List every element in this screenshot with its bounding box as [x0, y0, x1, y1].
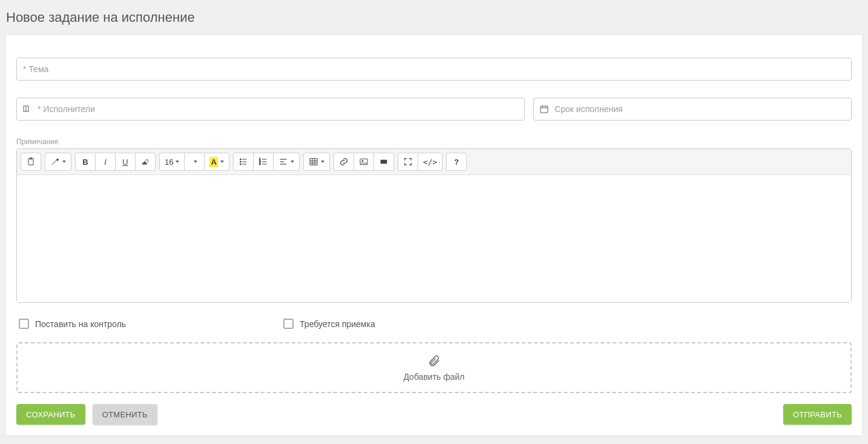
- eraser-icon[interactable]: [135, 153, 156, 171]
- editor-toolbar: B I U 16 A: [17, 149, 851, 175]
- svg-point-9: [240, 164, 241, 165]
- svg-point-28: [362, 161, 363, 162]
- fullscreen-icon[interactable]: [398, 153, 418, 171]
- svg-text:3: 3: [259, 162, 261, 165]
- subject-input[interactable]: [17, 58, 851, 80]
- note-textarea[interactable]: [17, 175, 851, 302]
- control-checkbox-wrap[interactable]: Поставить на контроль: [19, 319, 126, 329]
- chevron-down-icon: [321, 161, 324, 163]
- magic-wand-icon[interactable]: [45, 153, 71, 171]
- note-editor: B I U 16 A: [16, 148, 852, 303]
- control-checkbox-label: Поставить на контроль: [35, 319, 126, 329]
- book-icon: [17, 104, 38, 114]
- code-view-icon[interactable]: </>: [418, 153, 442, 171]
- chevron-down-icon: [176, 161, 179, 163]
- align-icon[interactable]: [273, 153, 300, 171]
- chevron-down-icon: [62, 161, 66, 163]
- send-button[interactable]: Отправить: [783, 404, 852, 425]
- svg-rect-29: [381, 160, 387, 164]
- help-icon[interactable]: ?: [446, 153, 467, 171]
- svg-rect-22: [310, 159, 317, 165]
- paste-icon[interactable]: [21, 153, 41, 171]
- checkbox-icon[interactable]: [283, 319, 294, 329]
- underline-icon[interactable]: U: [115, 153, 136, 171]
- style-select[interactable]: [184, 153, 205, 171]
- ordered-list-icon[interactable]: 123: [253, 153, 274, 171]
- image-icon[interactable]: [353, 153, 374, 171]
- acceptance-checkbox-label: Требуется приемка: [300, 319, 375, 329]
- file-dropzone[interactable]: Добавить файл: [16, 342, 852, 393]
- italic-icon[interactable]: I: [95, 153, 116, 171]
- font-size-select[interactable]: 16: [159, 153, 185, 171]
- paperclip-icon: [427, 354, 441, 369]
- subject-field-wrap: [16, 58, 852, 81]
- deadline-input[interactable]: [554, 98, 851, 120]
- chevron-down-icon: [220, 161, 224, 163]
- bold-icon[interactable]: B: [75, 153, 96, 171]
- chevron-down-icon: [291, 161, 294, 163]
- svg-rect-1: [541, 106, 548, 113]
- assignees-input[interactable]: [38, 98, 524, 120]
- calendar-icon: [534, 104, 554, 114]
- note-label: Примечание: [16, 138, 852, 146]
- text-color-icon[interactable]: A: [204, 153, 229, 171]
- deadline-field-wrap: [533, 98, 852, 121]
- chevron-down-icon: [194, 161, 197, 163]
- page-title: Новое задание на исполнение: [6, 10, 862, 25]
- svg-point-8: [240, 161, 241, 162]
- cancel-button[interactable]: Отменить: [93, 404, 157, 425]
- checkbox-icon[interactable]: [19, 319, 29, 329]
- video-icon[interactable]: [373, 153, 394, 171]
- acceptance-checkbox-wrap[interactable]: Требуется приемка: [283, 319, 375, 329]
- save-button[interactable]: Сохранить: [16, 404, 85, 425]
- link-icon[interactable]: [334, 153, 354, 171]
- table-icon[interactable]: [303, 153, 330, 171]
- form-card: Примечание B I U: [5, 34, 863, 436]
- dropzone-label: Добавить файл: [403, 372, 464, 382]
- unordered-list-icon[interactable]: [233, 153, 254, 171]
- svg-point-7: [240, 159, 241, 160]
- assignees-field-wrap: [16, 98, 525, 121]
